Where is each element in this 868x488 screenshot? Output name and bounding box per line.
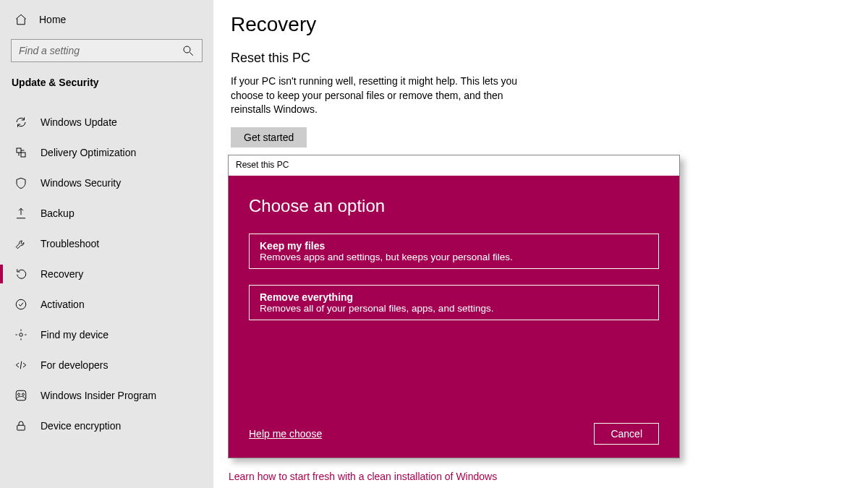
page-title: Recovery [231, 13, 839, 36]
sidebar-item-delivery-optimization[interactable]: Delivery Optimization [0, 137, 213, 168]
sidebar-item-for-developers[interactable]: For developers [0, 350, 213, 380]
sidebar-item-label: Recovery [41, 268, 83, 280]
dialog-body: Choose an option Keep my files Removes a… [229, 176, 679, 458]
sidebar-item-label: Troubleshoot [41, 238, 99, 249]
svg-rect-2 [21, 153, 25, 157]
sidebar-item-insider-program[interactable]: Windows Insider Program [0, 380, 213, 411]
sync-icon [14, 116, 27, 129]
sidebar-item-recovery[interactable]: Recovery [0, 259, 213, 289]
find-icon [14, 328, 27, 341]
reset-heading: Reset this PC [231, 51, 839, 66]
search-field[interactable] [19, 45, 182, 56]
svg-point-5 [18, 393, 20, 395]
sidebar-item-windows-security[interactable]: Windows Security [0, 168, 213, 198]
recovery-icon [14, 267, 27, 281]
reset-pc-dialog: Reset this PC Choose an option Keep my f… [228, 155, 680, 458]
insider-icon [14, 389, 27, 402]
sidebar-item-backup[interactable]: Backup [0, 198, 213, 228]
dialog-heading: Choose an option [249, 196, 659, 216]
svg-point-3 [16, 299, 26, 309]
sidebar-item-label: Windows Update [41, 116, 117, 128]
svg-rect-8 [17, 425, 25, 430]
option-remove-everything[interactable]: Remove everything Removes all of your pe… [249, 285, 659, 320]
sidebar-item-windows-update[interactable]: Windows Update [0, 107, 213, 137]
search-icon [182, 44, 195, 57]
home-label: Home [39, 14, 66, 25]
sidebar-item-label: Windows Security [41, 177, 121, 189]
sidebar-item-troubleshoot[interactable]: Troubleshoot [0, 228, 213, 259]
svg-point-0 [184, 46, 190, 53]
learn-fresh-install-link[interactable]: Learn how to start fresh with a clean in… [229, 471, 497, 482]
sidebar-item-label: Activation [41, 299, 85, 310]
sidebar-nav: Windows Update Delivery Optimization Win… [0, 107, 213, 441]
check-circle-icon [14, 298, 27, 311]
sidebar-item-label: Find my device [41, 329, 109, 341]
home-icon [14, 13, 27, 26]
sidebar-item-label: Device encryption [41, 420, 121, 432]
lock-icon [14, 419, 27, 432]
dialog-titlebar: Reset this PC [229, 155, 679, 176]
svg-rect-7 [16, 390, 26, 401]
sidebar-item-find-my-device[interactable]: Find my device [0, 320, 213, 350]
sidebar-item-label: For developers [41, 359, 108, 371]
sidebar-item-label: Windows Insider Program [41, 390, 156, 401]
sidebar-item-activation[interactable]: Activation [0, 289, 213, 320]
sidebar-item-label: Delivery Optimization [41, 147, 136, 158]
help-me-choose-link[interactable]: Help me choose [249, 428, 322, 440]
option-title: Remove everything [260, 291, 648, 303]
developer-icon [14, 359, 27, 372]
wrench-icon [14, 237, 27, 250]
get-started-button[interactable]: Get started [231, 127, 307, 147]
sidebar-item-device-encryption[interactable]: Device encryption [0, 411, 213, 441]
option-desc: Removes all of your personal files, apps… [260, 303, 648, 314]
svg-rect-1 [17, 148, 21, 153]
sidebar-item-label: Backup [41, 207, 75, 219]
option-title: Keep my files [260, 240, 648, 252]
svg-point-6 [22, 393, 25, 395]
option-keep-my-files[interactable]: Keep my files Removes apps and settings,… [249, 234, 659, 269]
cancel-button[interactable]: Cancel [594, 423, 659, 445]
search-input[interactable] [11, 39, 203, 62]
backup-icon [14, 207, 27, 220]
sidebar-section-title: Update & Security [0, 77, 213, 93]
shield-icon [14, 176, 27, 189]
delivery-icon [14, 146, 27, 159]
svg-point-4 [20, 333, 23, 337]
sidebar: Home Update & Security Windows Update De… [0, 0, 213, 488]
reset-body-text: If your PC isn't running well, resetting… [231, 74, 535, 117]
home-link[interactable]: Home [0, 13, 213, 39]
option-desc: Removes apps and settings, but keeps you… [260, 252, 648, 262]
